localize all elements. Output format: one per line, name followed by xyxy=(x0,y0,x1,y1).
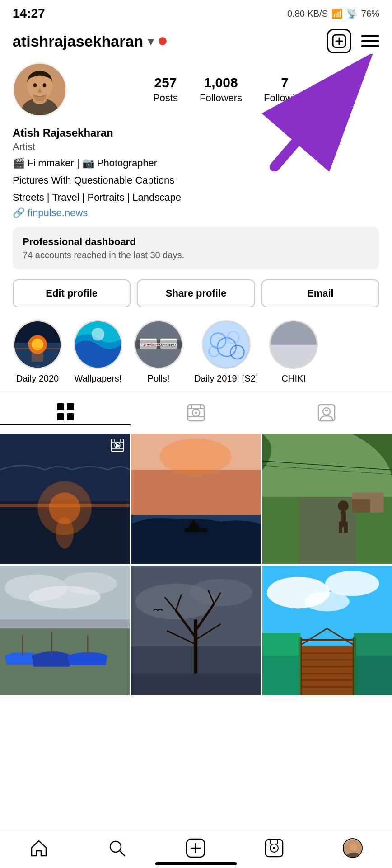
bio-line-3: Streets | Travel | Portraits | Landscape xyxy=(13,190,379,205)
svg-rect-116 xyxy=(262,633,301,695)
bio-link[interactable]: 🔗 finpulse.news xyxy=(13,207,379,219)
status-time: 14:27 xyxy=(13,6,45,21)
photo-cell-4[interactable] xyxy=(0,566,130,695)
svg-rect-20 xyxy=(160,339,177,349)
svg-point-50 xyxy=(56,517,74,549)
svg-point-9 xyxy=(43,83,47,87)
home-indicator xyxy=(155,862,237,865)
svg-point-54 xyxy=(117,444,118,446)
nav-home[interactable] xyxy=(29,839,48,858)
main-content: 14:27 0.80 KB/S 📶 📡 76% atishrajasekhara… xyxy=(0,0,392,750)
edit-profile-button[interactable]: Edit profile xyxy=(13,279,131,307)
posts-count: 257 xyxy=(154,75,177,90)
bio-line-1: 🎬 Filmmaker | 📷 Photographer xyxy=(13,156,379,171)
reels-badge-1 xyxy=(111,439,124,455)
followers-stat[interactable]: 1,008 Followers xyxy=(200,75,242,104)
svg-rect-23 xyxy=(203,321,249,368)
svg-rect-70 xyxy=(339,522,342,533)
header: atishrajasekharan ▾ xyxy=(0,24,392,58)
photo-cell-5[interactable] xyxy=(131,566,261,695)
nav-profile[interactable] xyxy=(343,838,363,858)
svg-point-103 xyxy=(304,591,349,611)
bio-section: Atish Rajasekharan Artist 🎬 Filmmaker | … xyxy=(13,127,379,219)
highlight-chiki[interactable]: CHIKI xyxy=(269,320,318,384)
add-post-button[interactable] xyxy=(327,29,351,53)
posts-stat[interactable]: 257 Posts xyxy=(153,75,178,104)
signal-icon: 📡 xyxy=(346,8,358,19)
share-profile-button[interactable]: Share profile xyxy=(137,279,255,307)
photo-cell-6[interactable] xyxy=(262,566,392,695)
highlight-daily-2019[interactable]: Daily 2019! [S2] xyxy=(194,320,258,384)
svg-rect-64 xyxy=(185,528,208,532)
highlight-circle-daily2019 xyxy=(202,320,251,369)
notification-dot xyxy=(159,37,167,45)
header-username[interactable]: atishrajasekharan xyxy=(13,33,143,50)
professional-dashboard[interactable]: Professional dashboard 74 accounts reach… xyxy=(13,227,379,269)
tab-reels[interactable] xyxy=(131,400,261,425)
highlight-wallpapers[interactable]: Wallpapers! xyxy=(73,320,123,384)
svg-rect-32 xyxy=(67,403,74,410)
dashboard-subtitle: 74 accounts reached in the last 30 days. xyxy=(23,250,369,260)
svg-point-53 xyxy=(115,443,120,448)
svg-rect-15 xyxy=(32,349,43,362)
highlight-polls[interactable]: UNEDITED EDITED Polls! xyxy=(134,320,183,384)
followers-count: 1,008 xyxy=(204,75,238,90)
svg-line-119 xyxy=(120,851,125,856)
stats-row: 257 Posts 1,008 Followers 7 Following xyxy=(79,75,379,104)
wifi-icon: 📶 xyxy=(331,8,343,19)
highlight-label-daily2019: Daily 2019! [S2] xyxy=(194,373,258,384)
profile-top: 257 Posts 1,008 Followers 7 Following xyxy=(13,62,379,117)
svg-rect-52 xyxy=(111,439,124,452)
svg-point-68 xyxy=(338,500,349,511)
photo-cell-1[interactable] xyxy=(0,434,130,564)
svg-point-80 xyxy=(29,585,101,608)
nav-add[interactable] xyxy=(186,838,205,858)
tab-tagged[interactable] xyxy=(261,400,392,425)
bio-line-2: Pictures With Questionable Captions xyxy=(13,173,379,188)
svg-rect-31 xyxy=(57,403,64,410)
hamburger-menu-button[interactable] xyxy=(361,35,379,47)
nav-search[interactable] xyxy=(107,839,126,858)
highlight-label-daily2020: Daily 2020 xyxy=(16,373,59,384)
svg-point-63 xyxy=(160,439,232,475)
highlight-label-chiki: CHIKI xyxy=(282,373,306,384)
username-row: atishrajasekharan ▾ xyxy=(13,33,167,50)
highlight-daily-2020[interactable]: Daily 2020 xyxy=(13,320,62,384)
photo-cell-2[interactable] xyxy=(131,434,261,564)
svg-rect-34 xyxy=(67,413,74,420)
svg-text:UNEDITED: UNEDITED xyxy=(142,343,162,347)
email-button[interactable]: Email xyxy=(261,279,379,307)
svg-point-17 xyxy=(92,328,104,340)
nav-reels[interactable] xyxy=(265,839,284,858)
svg-rect-33 xyxy=(57,413,64,420)
tabs-row xyxy=(0,391,392,434)
dropdown-icon[interactable]: ▾ xyxy=(148,34,154,49)
profile-full-name: Atish Rajasekharan xyxy=(13,127,379,139)
svg-text:EDITED: EDITED xyxy=(162,343,176,347)
svg-rect-75 xyxy=(352,499,370,513)
battery-icon: 76% xyxy=(361,9,379,19)
menu-line-2 xyxy=(361,40,379,42)
profile-section: 257 Posts 1,008 Followers 7 Following At… xyxy=(0,58,392,307)
menu-line-3 xyxy=(361,45,379,47)
highlight-circle-chiki xyxy=(269,320,318,369)
link-icon: 🔗 xyxy=(13,207,25,219)
svg-point-37 xyxy=(195,411,197,414)
following-stat[interactable]: 7 Following xyxy=(264,75,306,104)
svg-rect-98 xyxy=(131,673,261,695)
dashboard-title: Professional dashboard xyxy=(23,236,369,248)
avatar-wrap[interactable] xyxy=(13,62,67,117)
tab-grid[interactable] xyxy=(0,400,131,425)
svg-rect-117 xyxy=(354,633,392,695)
photo-cell-3[interactable] xyxy=(262,434,392,564)
following-label: Following xyxy=(264,92,306,104)
svg-rect-61 xyxy=(131,470,261,515)
menu-line-1 xyxy=(361,35,379,37)
svg-rect-19 xyxy=(140,339,157,349)
header-actions xyxy=(327,29,379,53)
highlight-circle-daily2020 xyxy=(13,320,62,369)
profile-role: Artist xyxy=(13,141,379,153)
network-speed: 0.80 KB/S xyxy=(287,9,328,19)
svg-point-130 xyxy=(350,844,357,851)
highlight-circle-wallpapers xyxy=(74,320,122,369)
